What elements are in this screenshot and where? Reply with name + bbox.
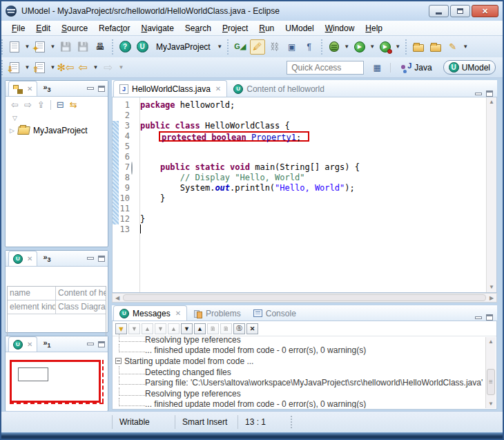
prev-step-button[interactable]: ▲ — [194, 323, 206, 334]
minimize-view-button[interactable] — [87, 343, 94, 345]
maximize-view-button[interactable] — [98, 86, 105, 92]
code-line[interactable] — [140, 111, 486, 121]
close-button[interactable]: ✕ — [472, 5, 498, 17]
import-button[interactable]: ⇩ — [7, 60, 22, 75]
more-tabs-indicator[interactable]: »1 — [43, 338, 50, 349]
code-line[interactable]: System.out.println("Hello, World"); — [140, 183, 486, 193]
code-line[interactable]: } — [140, 193, 486, 204]
umodel-button[interactable]: U — [135, 39, 150, 55]
code-line[interactable]: package helloworld; — [140, 100, 486, 111]
new-wizard-button[interactable] — [7, 39, 22, 55]
editor-horizontal-scrollbar[interactable]: ◀ ▶ — [112, 293, 497, 303]
tab-content-of-helloworld[interactable]: U Content of helloworld — [227, 80, 331, 97]
minimize-view-button[interactable] — [87, 87, 94, 90]
scroll-up-arrow[interactable]: ▲ — [487, 97, 496, 107]
print-button[interactable]: 🖶 — [93, 39, 108, 55]
code-editor[interactable]: 12345678910111213 package helloworld;pub… — [112, 97, 497, 293]
new-project-dropdown[interactable]: ▼ — [50, 44, 56, 50]
code-line[interactable]: public class HelloWorldClass { — [140, 121, 486, 131]
mark-occurrences-toggle[interactable]: 🖉 — [250, 39, 265, 55]
messages-vertical-scrollbar[interactable]: ▲ ▼ — [485, 337, 496, 408]
new-wizard-dropdown[interactable]: ▼ — [24, 44, 30, 50]
open-type-button[interactable] — [411, 39, 426, 55]
more-tabs-indicator[interactable]: »3 — [43, 83, 50, 93]
minimize-editor-button[interactable] — [475, 93, 482, 95]
menu-edit[interactable]: Edit — [31, 22, 55, 35]
scroll-up-arrow[interactable]: ▲ — [486, 337, 496, 346]
close-icon[interactable]: ✕ — [175, 309, 181, 317]
scroll-down-arrow[interactable]: ▼ — [486, 399, 496, 408]
project-combo-dropdown[interactable]: ▼ — [217, 44, 223, 50]
more-tabs-indicator[interactable]: »3 — [43, 253, 50, 263]
code-line[interactable]: } — [140, 214, 486, 224]
maximize-view-button[interactable] — [98, 341, 105, 347]
menu-navigate[interactable]: Navigate — [136, 22, 178, 35]
run-button[interactable]: ▶ — [352, 39, 367, 55]
editor-vertical-scrollbar[interactable]: ▲ ▼ — [486, 97, 496, 292]
menu-umodel[interactable]: UModel — [280, 22, 318, 35]
search-button[interactable]: ✎ — [445, 39, 461, 55]
save-log-button[interactable]: ⓐ — [233, 323, 245, 334]
search-dropdown[interactable]: ▼ — [463, 44, 469, 50]
back-button[interactable]: ⇦ — [75, 60, 90, 75]
tab-messages[interactable]: U Messages ✕ — [113, 305, 187, 321]
collapse-icon[interactable] — [115, 358, 122, 364]
tab-console[interactable]: Console — [247, 305, 302, 321]
filter-button[interactable]: ▼ — [115, 323, 127, 334]
scroll-right-arrow[interactable]: ▶ — [487, 295, 496, 301]
message-row[interactable]: Detecting changed files — [113, 367, 485, 378]
menu-window[interactable]: Window — [320, 22, 360, 35]
code-line[interactable] — [140, 152, 486, 162]
debug-dropdown[interactable]: ▼ — [344, 44, 350, 50]
minimize-view-button[interactable] — [87, 257, 94, 260]
close-icon[interactable]: ✕ — [27, 85, 32, 93]
fold-collapse-icon[interactable] — [131, 162, 139, 173]
message-row[interactable]: Resolving type references — [113, 334, 485, 345]
new-project-button[interactable]: ✦ — [32, 39, 48, 55]
project-combo[interactable]: MyJavaProject — [152, 42, 215, 52]
diagram-overview[interactable] — [8, 357, 105, 408]
java-perspective-button[interactable]: J Java — [396, 61, 437, 75]
menu-run[interactable]: Run — [254, 22, 279, 35]
code-area[interactable]: package helloworld;public class HelloWor… — [140, 97, 486, 292]
menu-project[interactable]: Project — [217, 22, 253, 35]
minimize-console-button[interactable] — [475, 316, 482, 319]
show-whitespace-button[interactable]: ¶ — [302, 39, 317, 55]
export-dropdown[interactable]: ▼ — [50, 64, 56, 70]
open-perspective-button[interactable]: ▦ — [369, 60, 385, 75]
last-edit-location-button[interactable]: ✻⇦ — [58, 60, 73, 75]
message-row[interactable]: Resolving type references — [113, 388, 485, 399]
tab-helloworldclass-java[interactable]: J HelloWorldClass.java ✕ — [113, 80, 227, 97]
property-row[interactable]: name Content of helloworld — [8, 287, 106, 300]
messages-list[interactable]: Resolving type references... finished up… — [113, 334, 485, 408]
property-row[interactable]: element kind Class Diagram — [8, 300, 106, 314]
message-row[interactable]: Starting update model from code ... — [113, 356, 485, 367]
generate-code-button[interactable]: G◢ — [233, 39, 248, 55]
umodel-perspective-button[interactable]: U UModel — [443, 60, 496, 75]
minimize-button[interactable] — [429, 5, 449, 17]
view-menu-chevron[interactable]: ▽ — [6, 113, 108, 123]
show-source-button[interactable]: ▣ — [284, 39, 300, 55]
overview-viewport[interactable] — [10, 360, 101, 403]
code-line[interactable] — [140, 142, 486, 152]
external-tools-dropdown[interactable]: ▼ — [395, 44, 401, 50]
code-line[interactable]: // Display "Hello, World" — [140, 173, 486, 183]
open-resource-button[interactable] — [428, 39, 443, 55]
menu-file[interactable]: File — [7, 22, 30, 35]
run-dropdown[interactable]: ▼ — [369, 44, 376, 50]
message-row[interactable]: Parsing file: 'C:\Users\altova\workspace… — [113, 377, 485, 388]
next-step-button[interactable]: ▼ — [181, 323, 193, 334]
scrollbar-thumb[interactable] — [487, 369, 495, 395]
debug-button[interactable] — [327, 39, 342, 55]
scroll-left-arrow[interactable]: ◀ — [113, 295, 122, 301]
code-line[interactable] — [140, 204, 486, 214]
message-row[interactable]: ... finished update model from code - 0 … — [113, 345, 485, 356]
menu-refactor[interactable]: Refactor — [94, 22, 135, 35]
export-button[interactable]: ⇧ — [32, 60, 48, 75]
clear-button[interactable]: ✕ — [246, 323, 258, 334]
overview-tab[interactable]: U ✕ — [8, 336, 37, 352]
code-line[interactable] — [140, 224, 486, 235]
back-dropdown[interactable]: ▼ — [93, 64, 99, 70]
properties-tab[interactable]: U ✕ — [8, 251, 37, 266]
menu-search[interactable]: Search — [180, 22, 216, 35]
